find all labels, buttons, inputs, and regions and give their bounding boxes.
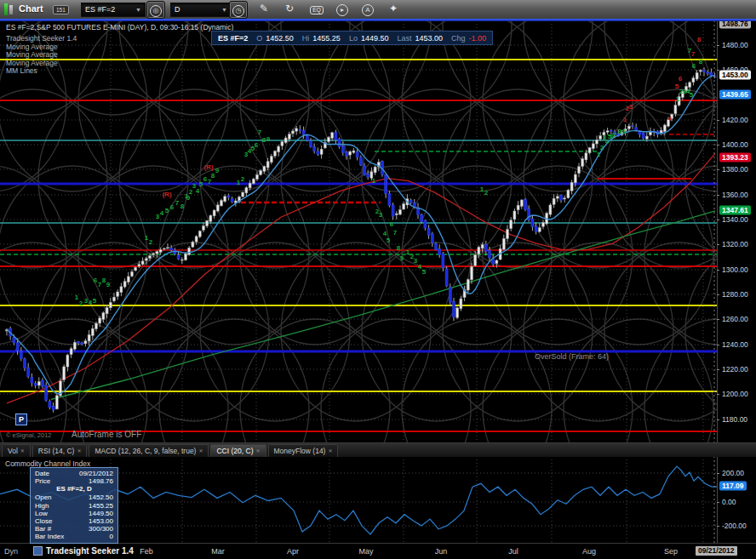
window-grip-icon: [4, 3, 14, 15]
candle: [270, 157, 272, 163]
candle: [663, 125, 666, 132]
tab-vol[interactable]: Vol✕: [2, 444, 31, 457]
seeker-count-annotation: 9: [400, 254, 404, 262]
data-window-row: Open1452.50: [31, 493, 117, 501]
candle: [328, 137, 330, 141]
price-tick-label: 1400.00: [722, 140, 748, 149]
close-icon[interactable]: ✕: [198, 448, 203, 453]
candle: [453, 301, 455, 317]
candle: [278, 146, 280, 152]
autoframe-status: AutoFrame is OFF: [72, 430, 141, 439]
month-label: Aug: [582, 547, 596, 556]
candle: [216, 205, 219, 211]
candle: [484, 244, 487, 251]
candle: [49, 402, 51, 408]
candle: [507, 230, 509, 239]
seeker-count-annotation: 2: [79, 299, 83, 307]
month-label: Feb: [140, 547, 153, 556]
seeker-count-annotation: 4: [160, 209, 163, 217]
candle: [20, 351, 22, 359]
last-value: 1453.00: [415, 34, 443, 43]
data-window-symbol-header: ES #F=2, D: [31, 485, 117, 493]
seeker-count-annotation: 5: [690, 91, 693, 99]
price-badge: 1439.65: [719, 90, 751, 100]
seeker-count-annotation: 1: [597, 151, 600, 158]
seeker-count-annotation: 6: [692, 62, 696, 70]
seeker-count-annotation: 8: [102, 277, 106, 284]
close-icon[interactable]: ✕: [77, 448, 81, 453]
symbol-input[interactable]: ES #F=2▼: [81, 3, 146, 17]
candle: [260, 170, 262, 174]
seeker-count-annotation: 6: [203, 175, 207, 183]
seeker-count-annotation: 8: [211, 172, 215, 180]
price-tick-label: 1320.00: [722, 240, 748, 248]
candle: [460, 299, 462, 309]
seeker-count-annotation: 1: [145, 234, 148, 242]
price-tick-label: 1480.00: [722, 41, 748, 49]
month-label: Jul: [508, 547, 518, 556]
cci-value-badge: 117.09: [719, 482, 747, 491]
tab-macd-12-26-c-9-false-true-[interactable]: MACD (12, 26, C, 9, false, true)✕: [89, 444, 209, 457]
candle: [13, 337, 15, 342]
candle: [73, 342, 76, 349]
seeker-count-annotation: 6: [94, 277, 97, 284]
candle: [502, 238, 505, 249]
seeker-count-annotation: 4: [196, 187, 199, 195]
candle: [642, 134, 644, 139]
interval-input[interactable]: D▼: [170, 3, 232, 17]
data-window-row: Bar Index0: [31, 533, 117, 540]
candle: [431, 234, 433, 243]
seeker-count-annotation: 6: [170, 203, 174, 211]
candle: [120, 287, 123, 293]
candle: [320, 149, 323, 154]
candle: [163, 248, 165, 249]
candle: [249, 183, 251, 188]
close-icon[interactable]: ✕: [20, 448, 25, 453]
candle: [645, 136, 648, 139]
candle: [27, 368, 30, 376]
close-icon[interactable]: ✕: [328, 448, 332, 453]
candle: [231, 198, 233, 202]
last-label: Last: [397, 34, 411, 43]
price-tick-label: 1260.00: [722, 315, 748, 323]
seeker-count-annotation: 1: [372, 177, 375, 185]
tab-moneyflow-14-[interactable]: MoneyFlow (14)✕: [268, 444, 339, 457]
draw-pencil-icon[interactable]: ✎: [255, 1, 272, 17]
cci-axis[interactable]: 200.000.00-200.00117.09: [717, 456, 756, 543]
candle: [445, 269, 448, 286]
candle: [174, 250, 176, 254]
candle: [167, 248, 169, 248]
window-id-badge: 151: [53, 5, 69, 14]
analytics-a-icon[interactable]: A: [359, 1, 376, 17]
candle: [135, 267, 137, 270]
tab-cci-20-c-[interactable]: CCI (20, C)✕: [210, 444, 266, 457]
price-badge: 1393.23: [719, 153, 751, 163]
close-icon[interactable]: ✕: [255, 448, 260, 453]
candle: [346, 152, 348, 157]
cursor-date-badge: 09/21/2012: [696, 546, 737, 556]
status-bar: Dyn Tradesight Seeker 1.4: [0, 543, 134, 559]
interval-clock-icon[interactable]: ◷: [229, 1, 248, 19]
chevron-down-icon[interactable]: ▼: [221, 3, 227, 16]
chevron-down-icon[interactable]: ▼: [135, 3, 141, 16]
cci-tick-label: -200.00: [722, 522, 747, 530]
pivot-marker[interactable]: P: [15, 414, 27, 425]
candle: [141, 261, 144, 265]
candle: [306, 135, 308, 140]
candle: [535, 226, 537, 231]
candle: [542, 222, 545, 226]
price-axis[interactable]: 1480.001460.001420.001400.001380.001360.…: [717, 21, 756, 442]
candle: [252, 179, 255, 183]
candle: [331, 133, 334, 139]
replay-refresh-icon[interactable]: ↻: [281, 1, 298, 17]
quote-bubble-eq-icon[interactable]: EQ: [306, 1, 327, 17]
tab-rsi-14-c-[interactable]: RSI (14, C)✕: [32, 444, 88, 457]
candle: [335, 133, 337, 140]
symbol-search-target-icon[interactable]: ◎: [146, 1, 165, 19]
seeker-count-annotation: 1: [185, 192, 188, 200]
price-chart-plot[interactable]: ES #F=2,S&P 500 FUTURES E-MINI (DAY), D,…: [0, 0, 717, 442]
price-tick-label: 1220.00: [722, 365, 748, 374]
link-icon[interactable]: ✦: [385, 1, 402, 17]
play-icon[interactable]: ▸: [334, 1, 351, 17]
candle: [227, 196, 230, 197]
